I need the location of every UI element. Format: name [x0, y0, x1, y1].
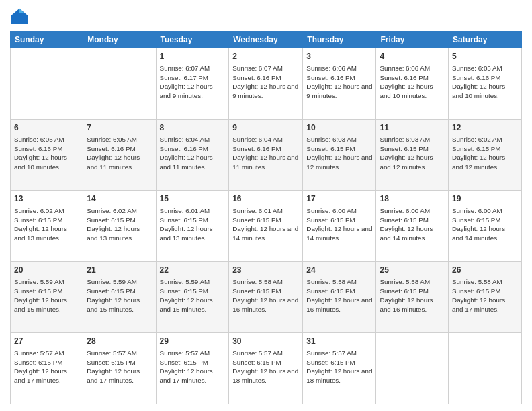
calendar-cell: 3Sunrise: 6:06 AMSunset: 6:16 PMDaylight…	[303, 48, 376, 120]
day-info: Sunrise: 5:58 AMSunset: 6:15 PMDaylight:…	[232, 277, 299, 314]
day-number: 2	[232, 51, 299, 62]
calendar-cell: 14Sunrise: 6:02 AMSunset: 6:15 PMDayligh…	[83, 191, 156, 262]
day-info: Sunrise: 5:58 AMSunset: 6:15 PMDaylight:…	[380, 277, 445, 314]
calendar-cell: 11Sunrise: 6:03 AMSunset: 6:15 PMDayligh…	[376, 120, 449, 191]
day-info: Sunrise: 6:02 AMSunset: 6:15 PMDaylight:…	[14, 206, 79, 243]
calendar-cell: 29Sunrise: 5:57 AMSunset: 6:15 PMDayligh…	[156, 333, 229, 404]
calendar-cell: 22Sunrise: 5:59 AMSunset: 6:15 PMDayligh…	[156, 262, 229, 333]
day-number: 20	[14, 265, 79, 276]
day-number: 11	[380, 122, 445, 134]
calendar-cell: 15Sunrise: 6:01 AMSunset: 6:15 PMDayligh…	[156, 191, 229, 262]
day-info: Sunrise: 5:57 AMSunset: 6:15 PMDaylight:…	[14, 349, 79, 385]
day-info: Sunrise: 6:00 AMSunset: 6:15 PMDaylight:…	[306, 206, 372, 243]
calendar-cell: 24Sunrise: 5:58 AMSunset: 6:15 PMDayligh…	[303, 262, 376, 333]
day-info: Sunrise: 6:07 AMSunset: 6:16 PMDaylight:…	[232, 64, 299, 101]
day-number: 5	[452, 51, 518, 62]
day-info: Sunrise: 6:01 AMSunset: 6:15 PMDaylight:…	[232, 206, 299, 243]
calendar-cell: 16Sunrise: 6:01 AMSunset: 6:15 PMDayligh…	[229, 191, 303, 262]
day-info: Sunrise: 6:02 AMSunset: 6:15 PMDaylight:…	[452, 135, 518, 172]
day-number: 8	[160, 122, 226, 134]
calendar-cell: 12Sunrise: 6:02 AMSunset: 6:15 PMDayligh…	[449, 120, 522, 191]
day-info: Sunrise: 6:07 AMSunset: 6:17 PMDaylight:…	[160, 64, 226, 101]
calendar-cell	[376, 333, 449, 404]
calendar-cell: 17Sunrise: 6:00 AMSunset: 6:15 PMDayligh…	[303, 191, 376, 262]
calendar-table: SundayMondayTuesdayWednesdayThursdayFrid…	[10, 31, 522, 404]
calendar-cell: 1Sunrise: 6:07 AMSunset: 6:17 PMDaylight…	[156, 48, 229, 120]
day-info: Sunrise: 6:05 AMSunset: 6:16 PMDaylight:…	[14, 135, 79, 172]
day-number: 6	[14, 122, 79, 134]
day-info: Sunrise: 5:58 AMSunset: 6:15 PMDaylight:…	[452, 277, 518, 314]
calendar-cell: 19Sunrise: 6:00 AMSunset: 6:15 PMDayligh…	[449, 191, 522, 262]
calendar-week-row: 27Sunrise: 5:57 AMSunset: 6:15 PMDayligh…	[11, 333, 522, 404]
calendar-header-wednesday: Wednesday	[229, 32, 303, 48]
calendar-week-row: 6Sunrise: 6:05 AMSunset: 6:16 PMDaylight…	[11, 120, 522, 191]
day-number: 31	[306, 336, 372, 347]
day-number: 29	[160, 336, 226, 347]
calendar-cell	[11, 48, 83, 120]
day-info: Sunrise: 6:04 AMSunset: 6:16 PMDaylight:…	[232, 135, 299, 172]
logo-icon	[10, 7, 29, 26]
calendar-header-thursday: Thursday	[303, 32, 376, 48]
calendar-cell: 25Sunrise: 5:58 AMSunset: 6:15 PMDayligh…	[376, 262, 449, 333]
logo	[10, 7, 32, 26]
day-number: 18	[380, 193, 445, 205]
day-info: Sunrise: 6:03 AMSunset: 6:15 PMDaylight:…	[380, 135, 445, 172]
day-info: Sunrise: 5:57 AMSunset: 6:15 PMDaylight:…	[160, 349, 226, 385]
day-info: Sunrise: 6:04 AMSunset: 6:16 PMDaylight:…	[160, 135, 226, 172]
calendar-week-row: 1Sunrise: 6:07 AMSunset: 6:17 PMDaylight…	[11, 48, 522, 120]
calendar-cell: 2Sunrise: 6:07 AMSunset: 6:16 PMDaylight…	[229, 48, 303, 120]
calendar-cell: 23Sunrise: 5:58 AMSunset: 6:15 PMDayligh…	[229, 262, 303, 333]
day-number: 26	[452, 265, 518, 276]
day-number: 13	[14, 193, 79, 205]
day-info: Sunrise: 6:05 AMSunset: 6:16 PMDaylight:…	[452, 64, 518, 101]
calendar-header-tuesday: Tuesday	[156, 32, 229, 48]
calendar-cell: 20Sunrise: 5:59 AMSunset: 6:15 PMDayligh…	[11, 262, 83, 333]
day-info: Sunrise: 5:57 AMSunset: 6:15 PMDaylight:…	[306, 349, 372, 385]
day-info: Sunrise: 5:58 AMSunset: 6:15 PMDaylight:…	[306, 277, 372, 314]
calendar-week-row: 20Sunrise: 5:59 AMSunset: 6:15 PMDayligh…	[11, 262, 522, 333]
day-info: Sunrise: 6:03 AMSunset: 6:15 PMDaylight:…	[306, 135, 372, 172]
day-number: 19	[452, 193, 518, 205]
day-info: Sunrise: 6:00 AMSunset: 6:15 PMDaylight:…	[380, 206, 445, 243]
day-number: 16	[232, 193, 299, 205]
day-number: 10	[306, 122, 372, 134]
day-info: Sunrise: 5:57 AMSunset: 6:15 PMDaylight:…	[232, 349, 299, 385]
calendar-header-friday: Friday	[376, 32, 449, 48]
calendar-cell: 10Sunrise: 6:03 AMSunset: 6:15 PMDayligh…	[303, 120, 376, 191]
day-info: Sunrise: 6:06 AMSunset: 6:16 PMDaylight:…	[306, 64, 372, 101]
calendar-cell: 30Sunrise: 5:57 AMSunset: 6:15 PMDayligh…	[229, 333, 303, 404]
day-number: 24	[306, 265, 372, 276]
day-number: 15	[160, 193, 226, 205]
svg-rect-2	[11, 15, 28, 24]
calendar-header-row: SundayMondayTuesdayWednesdayThursdayFrid…	[11, 32, 522, 48]
calendar-cell: 26Sunrise: 5:58 AMSunset: 6:15 PMDayligh…	[449, 262, 522, 333]
day-number: 23	[232, 265, 299, 276]
day-number: 28	[87, 336, 152, 347]
calendar-cell: 8Sunrise: 6:04 AMSunset: 6:16 PMDaylight…	[156, 120, 229, 191]
calendar-cell: 18Sunrise: 6:00 AMSunset: 6:15 PMDayligh…	[376, 191, 449, 262]
calendar-cell: 7Sunrise: 6:05 AMSunset: 6:16 PMDaylight…	[83, 120, 156, 191]
day-number: 21	[87, 265, 152, 276]
day-info: Sunrise: 6:05 AMSunset: 6:16 PMDaylight:…	[87, 135, 152, 172]
day-number: 27	[14, 336, 79, 347]
day-info: Sunrise: 6:02 AMSunset: 6:15 PMDaylight:…	[87, 206, 152, 243]
day-number: 14	[87, 193, 152, 205]
calendar-cell: 6Sunrise: 6:05 AMSunset: 6:16 PMDaylight…	[11, 120, 83, 191]
day-number: 30	[232, 336, 299, 347]
calendar-header-monday: Monday	[83, 32, 156, 48]
calendar-cell	[449, 333, 522, 404]
day-number: 22	[160, 265, 226, 276]
day-number: 12	[452, 122, 518, 134]
calendar-header-sunday: Sunday	[11, 32, 83, 48]
day-number: 3	[306, 51, 372, 62]
page: SundayMondayTuesdayWednesdayThursdayFrid…	[0, 0, 532, 411]
day-number: 1	[160, 51, 226, 62]
calendar-header-saturday: Saturday	[449, 32, 522, 48]
day-info: Sunrise: 6:00 AMSunset: 6:15 PMDaylight:…	[452, 206, 518, 243]
day-info: Sunrise: 6:01 AMSunset: 6:15 PMDaylight:…	[160, 206, 226, 243]
day-info: Sunrise: 5:59 AMSunset: 6:15 PMDaylight:…	[14, 277, 79, 314]
header	[10, 7, 522, 26]
calendar-cell: 31Sunrise: 5:57 AMSunset: 6:15 PMDayligh…	[303, 333, 376, 404]
day-number: 17	[306, 193, 372, 205]
calendar-week-row: 13Sunrise: 6:02 AMSunset: 6:15 PMDayligh…	[11, 191, 522, 262]
